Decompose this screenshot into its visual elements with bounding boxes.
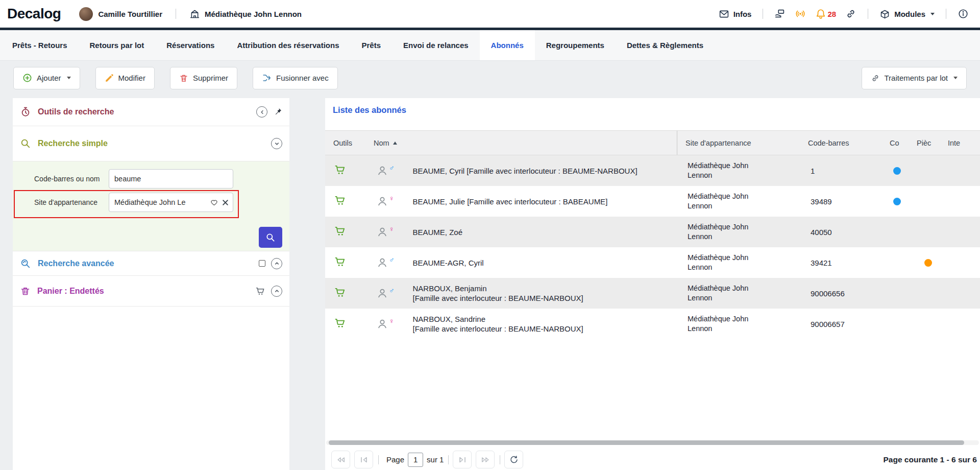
add-to-basket-icon[interactable] (334, 164, 346, 176)
edit-button[interactable]: Modifier (95, 67, 155, 89)
simple-search-header[interactable]: Recherche simple (13, 126, 289, 161)
person-icon (377, 318, 388, 330)
site-select[interactable]: Médiathèque John Le (109, 193, 233, 212)
infos-menu[interactable]: Infos (719, 9, 752, 19)
col-header-name[interactable]: Nom (365, 131, 677, 155)
col-header-piece[interactable]: Pièc (913, 131, 944, 155)
app-logo: Decalog (7, 6, 61, 22)
advanced-search-icon (20, 258, 31, 269)
barcode-cell: 39489 (800, 197, 881, 206)
collapse-panel-button[interactable] (256, 106, 267, 118)
scrollbar-thumb[interactable] (329, 440, 964, 445)
add-to-basket-icon[interactable] (334, 225, 346, 237)
chevron-down-icon (953, 77, 958, 79)
col-header-site[interactable]: Site d'appartenance (677, 131, 800, 155)
barcode-cell: 90006657 (800, 320, 881, 328)
divider (448, 455, 449, 464)
link-icon[interactable] (845, 8, 856, 19)
clear-icon[interactable] (222, 199, 229, 206)
notifications-bell-icon[interactable]: 28 (815, 8, 836, 19)
add-to-basket-icon[interactable] (334, 287, 346, 298)
page-prev-button[interactable] (354, 451, 373, 468)
subscriber-name: BEAUME-AGR, Cyril (413, 258, 484, 268)
advanced-search-header[interactable]: Recherche avancée (13, 251, 289, 276)
infos-label: Infos (733, 10, 752, 18)
pin-icon[interactable] (273, 107, 282, 116)
tab-reservations[interactable]: Réservations (155, 30, 226, 60)
add-button[interactable]: Ajouter (13, 67, 80, 89)
cart-outline-icon[interactable] (255, 286, 265, 296)
page-number-input[interactable] (408, 453, 423, 467)
subscriber-name: NARBOUX, Sandrine (413, 314, 583, 324)
envelope-icon (719, 9, 729, 19)
heart-icon[interactable] (210, 199, 218, 206)
list-title: Liste des abonnés (333, 105, 406, 115)
refresh-icon (509, 455, 519, 464)
page-of-label: sur 1 (427, 455, 444, 464)
tab-abonnes[interactable]: Abonnés (480, 30, 535, 60)
delete-button[interactable]: Supprimer (170, 67, 237, 89)
col-header-inte[interactable]: Inte (944, 131, 975, 155)
page-label: Page (386, 455, 404, 464)
current-site[interactable]: Médiathèque John Lennon (189, 9, 302, 19)
subscriber-family: [Famille avec interlocuteur : BEAUME-NAR… (413, 324, 583, 334)
subscriber-gender-icon[interactable]: ♀ (377, 226, 395, 238)
merge-button[interactable]: Fusionner avec (253, 67, 338, 89)
add-to-basket-icon[interactable] (334, 317, 346, 329)
expand-section-button[interactable] (271, 286, 282, 297)
subscriber-gender-icon[interactable]: ♂ (377, 288, 395, 299)
subscriber-gender-icon[interactable]: ♀ (377, 318, 395, 330)
refresh-button[interactable] (504, 451, 523, 468)
table-row[interactable]: ♀ NARBOUX, Sandrine [Famille avec interl… (325, 309, 980, 339)
tab-prets-retours[interactable]: Prêts - Retours (1, 30, 79, 60)
subscriber-gender-icon[interactable]: ♂ (377, 257, 395, 268)
table-row[interactable]: ♂ NARBOUX, Benjamin [Famille avec interl… (325, 278, 980, 309)
notification-count: 28 (827, 10, 836, 18)
batch-processing-button[interactable]: Traitements par lot (862, 67, 967, 89)
table-row[interactable]: ♀ BEAUME, Zoé Médiathèque John Lennon 40… (325, 217, 980, 247)
collapse-section-button[interactable] (271, 138, 282, 149)
page-first-button[interactable] (331, 451, 350, 468)
search-icon (265, 232, 276, 243)
table-row[interactable]: ♀ BEAUME, Julie [Famille avec interlocut… (325, 186, 980, 217)
page-last-button[interactable] (476, 451, 495, 468)
divider (500, 455, 500, 464)
horizontal-scrollbar[interactable] (326, 440, 979, 445)
subscriber-name: BEAUME, Julie [Famille avec interlocuteu… (413, 197, 608, 206)
actions-toolbar: Ajouter Modifier Supprimer Fusionner ave… (0, 61, 980, 95)
col-header-co[interactable]: Co (881, 131, 913, 155)
chevron-up-icon (274, 288, 280, 294)
tab-dettes-reglements[interactable]: Dettes & Règlements (616, 30, 715, 60)
modules-menu[interactable]: Modules (879, 9, 935, 19)
add-to-basket-icon[interactable] (334, 256, 346, 268)
subscriber-table: Outils Nom Site d'appartenance Code-barr… (325, 130, 980, 339)
tab-attribution-reservations[interactable]: Attribution des réservations (226, 30, 350, 60)
search-submit-button[interactable] (259, 227, 282, 248)
loan-card-icon[interactable] (774, 8, 786, 19)
col-header-tools[interactable]: Outils (325, 131, 365, 155)
basket-header[interactable]: Panier : Endettés (13, 276, 289, 307)
add-to-basket-icon[interactable] (334, 195, 346, 206)
chevron-left-icon (259, 109, 265, 115)
pagination-bar: Page sur 1 Page courante 1 - 6 sur 6 (331, 451, 977, 468)
beacon-icon[interactable] (795, 8, 806, 19)
tab-prets[interactable]: Prêts (350, 30, 392, 60)
subscriber-gender-icon[interactable]: ♂ (377, 165, 395, 176)
info-circle-icon[interactable] (958, 8, 969, 19)
barcode-input[interactable] (109, 169, 233, 189)
col-header-barcode[interactable]: Code-barres (800, 131, 881, 155)
table-row[interactable]: ♂ BEAUME, Cyril [Famille avec interlocut… (325, 155, 980, 186)
expand-section-button[interactable] (271, 258, 282, 269)
sort-asc-icon (393, 142, 397, 145)
piece-indicator (924, 259, 932, 267)
tab-retours-par-lot[interactable]: Retours par lot (79, 30, 156, 60)
tab-envoi-relances[interactable]: Envoi de relances (392, 30, 480, 60)
subscriber-gender-icon[interactable]: ♀ (377, 196, 395, 207)
site-cell: Médiathèque John Lennon (677, 314, 800, 334)
popout-icon[interactable] (259, 260, 265, 267)
current-user[interactable]: Camille Tourtillier (79, 7, 162, 21)
page-next-button[interactable] (453, 451, 472, 468)
barcode-cell: 40050 (800, 228, 881, 237)
tab-regroupements[interactable]: Regroupements (535, 30, 616, 60)
table-row[interactable]: ♂ BEAUME-AGR, Cyril Médiathèque John Len… (325, 247, 980, 278)
